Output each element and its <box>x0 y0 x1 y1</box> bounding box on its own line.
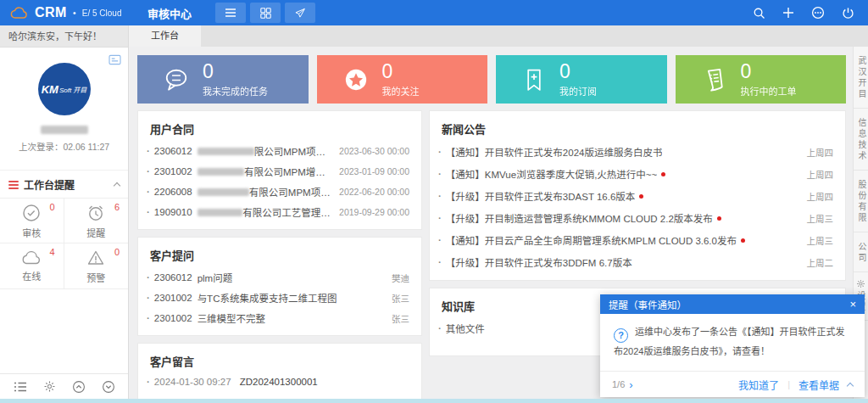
next-page-icon[interactable]: › <box>629 379 632 390</box>
news-row[interactable]: 【通知】KMVue浏览器季度大促销,火热进行中~~ 上周四 <box>430 163 845 185</box>
bullet-icon <box>147 272 154 283</box>
reminder-item-audit[interactable]: 0 审核 <box>0 199 64 243</box>
dropdown-chevron-icon[interactable] <box>847 382 854 389</box>
company-logo-avatar[interactable]: KMSoft 开目 <box>38 63 91 115</box>
more-ellipsis-icon[interactable] <box>811 6 825 20</box>
reminder-label: 提醒 <box>86 226 105 239</box>
stat-label: 我的订阅 <box>559 84 597 98</box>
question-row[interactable]: 2301002 三维模型不完整 张三 <box>138 308 421 328</box>
topbar: CRM • E/ 5 Cloud 审核中心 <box>0 0 868 25</box>
question-person: 张三 <box>385 292 409 305</box>
unread-dot <box>661 172 665 176</box>
panel-list-icon[interactable] <box>14 381 27 393</box>
chevron-up-circle-icon[interactable] <box>72 380 86 394</box>
message-code: ZD202401300001 <box>240 377 318 387</box>
news-text: 【升级】开目软件正式发布3DDFM 6.7版本 <box>446 255 632 269</box>
reminder-label: 在线 <box>22 269 41 283</box>
close-icon[interactable]: × <box>849 299 856 310</box>
bullet-icon <box>438 323 446 333</box>
question-person: 樊迪 <box>385 271 409 284</box>
question-row[interactable]: 2306012 plm问题 樊迪 <box>138 267 421 288</box>
stat-label: 我的关注 <box>382 84 420 98</box>
news-time: 上周四 <box>800 146 834 159</box>
gear-icon <box>856 279 865 288</box>
bullet-icon <box>147 146 154 156</box>
collapse-chevron-icon[interactable] <box>114 182 120 189</box>
redacted-company-name <box>198 168 244 176</box>
send-plane-button[interactable] <box>285 3 315 23</box>
chevron-down-circle-icon[interactable] <box>102 380 115 394</box>
contract-name: 有限公司工艺管理系统项目 <box>242 205 332 219</box>
stat-card-active-work-orders[interactable]: 0 执行中的工单 <box>676 55 847 104</box>
news-row[interactable]: 【通知】开目软件正式发布2024版运维服务白皮书 上周四 <box>430 141 845 163</box>
message-row[interactable]: 2024-01-30 09:27 ZD202401300001 <box>138 373 421 390</box>
message-time: 2024-01-30 09:27 <box>154 377 231 387</box>
nav-audit-center[interactable]: 审核中心 <box>147 5 192 21</box>
bullet-icon <box>147 313 154 323</box>
reminder-item-remind[interactable]: 6 提醒 <box>64 199 129 243</box>
work-order-icon <box>699 64 730 95</box>
bullet-icon <box>147 187 154 197</box>
footer-divider: | <box>787 379 790 389</box>
popup-pager: 1/6 <box>612 379 625 389</box>
redacted-company-name <box>198 148 254 155</box>
last-login-text: 上次登录：02.06 11:27 <box>0 140 128 153</box>
question-id: 2301002 <box>154 293 192 303</box>
logo-km-text: KM <box>42 83 58 96</box>
messages-section: 客户留言 2024-01-30 09:27 ZD202401300001 <box>137 343 422 403</box>
news-row[interactable]: 【升级】开目制造运营管理系统KMMOM CLOUD 2.2版本发布 上周三 <box>430 207 845 229</box>
contract-id: 2206008 <box>154 187 192 197</box>
contract-row[interactable]: 2206008 有限公司MPM项目二期 2022-06-20 00:00 <box>138 182 421 202</box>
alarm-clock-icon <box>86 203 106 223</box>
profile-card-icon[interactable] <box>108 54 121 65</box>
news-row[interactable]: 【升级】开目软件正式发布3DAST 16.6版本 上周四 <box>430 185 845 207</box>
reminder-item-online[interactable]: 4 在线 <box>0 243 64 288</box>
apps-grid-button[interactable] <box>250 3 281 23</box>
contract-name: 限公司MPM项目合同 <box>254 144 332 158</box>
question-person: 张三 <box>385 312 409 325</box>
menu-hamburger-button[interactable] <box>215 3 246 23</box>
audit-count-badge: 0 <box>49 202 54 212</box>
news-text: 【通知】KMVue浏览器季度大促销,火热进行中~~ <box>446 167 657 181</box>
rail-company-segment-2[interactable]: 信息技术 <box>854 109 868 171</box>
logo-rest-text: Soft 开目 <box>59 85 86 94</box>
gear-icon[interactable] <box>43 380 56 393</box>
view-document-button[interactable]: 查看单据 <box>798 378 839 392</box>
contract-row[interactable]: 1909010 有限公司工艺管理系统项目 2019-09-29 00:00 <box>138 202 421 222</box>
question-id: 2301002 <box>154 313 192 323</box>
topbar-button-group <box>215 3 315 23</box>
search-icon[interactable] <box>753 7 765 20</box>
tab-workbench[interactable]: 工作台 <box>129 25 201 47</box>
question-row[interactable]: 2301002 与TC系统集成要支持二维工程图 张三 <box>138 288 421 308</box>
brand-area[interactable]: CRM • E/ 5 Cloud <box>0 5 129 20</box>
reminder-section-title: 工作台提醒 <box>24 177 75 192</box>
chat-bubble-icon <box>161 64 192 95</box>
greeting-text: 哈尔滨东安，下午好！ <box>0 25 128 48</box>
redacted-company-name <box>198 188 249 196</box>
contract-row[interactable]: 2306012 限公司MPM项目合同 2023-06-30 00:00 <box>138 141 421 161</box>
power-logout-icon[interactable] <box>842 7 854 20</box>
star-circle-icon <box>341 64 371 95</box>
brand-separator: • <box>73 8 76 18</box>
stat-card-unfinished-tasks[interactable]: 0 我未完成的任务 <box>137 55 309 104</box>
news-time: 上周三 <box>800 212 834 225</box>
stat-card-my-subscriptions[interactable]: 0 我的订阅 <box>496 55 667 104</box>
add-plus-icon[interactable] <box>782 7 794 19</box>
contract-row[interactable]: 2301002 有限公司MPM增购license 2023-01-09 00:0… <box>138 161 421 182</box>
news-row[interactable]: 【通知】开目云产品全生命周期管理系统KMPLM CLOUD 3.6.0发布 上周… <box>430 229 845 251</box>
acknowledge-button[interactable]: 我知道了 <box>738 378 779 392</box>
news-text: 【通知】开目云产品全生命周期管理系统KMPLM CLOUD 3.6.0发布 <box>446 233 737 247</box>
rail-company-segment-3[interactable]: 股份有限 <box>854 171 868 232</box>
stat-value: 0 <box>741 62 797 81</box>
reminder-item-warning[interactable]: 0 预警 <box>64 243 129 288</box>
news-time: 上周四 <box>800 168 834 181</box>
rail-company-segment-1[interactable]: 武汉开目 <box>854 47 868 109</box>
stat-card-my-follow[interactable]: 0 我的关注 <box>317 55 488 104</box>
bookmark-plus-icon <box>520 64 548 95</box>
contract-id: 2301002 <box>154 166 192 176</box>
popup-footer: 1/6 › 我知道了 | 查看单据 <box>600 371 865 397</box>
warning-count-badge: 0 <box>114 247 120 257</box>
news-row[interactable]: 【升级】开目软件正式发布3DDFM 6.7版本 上周二 <box>430 251 845 273</box>
sidebar-bottom-toolbar <box>0 373 128 399</box>
rail-company-segment-4[interactable]: 公司 <box>854 232 868 272</box>
